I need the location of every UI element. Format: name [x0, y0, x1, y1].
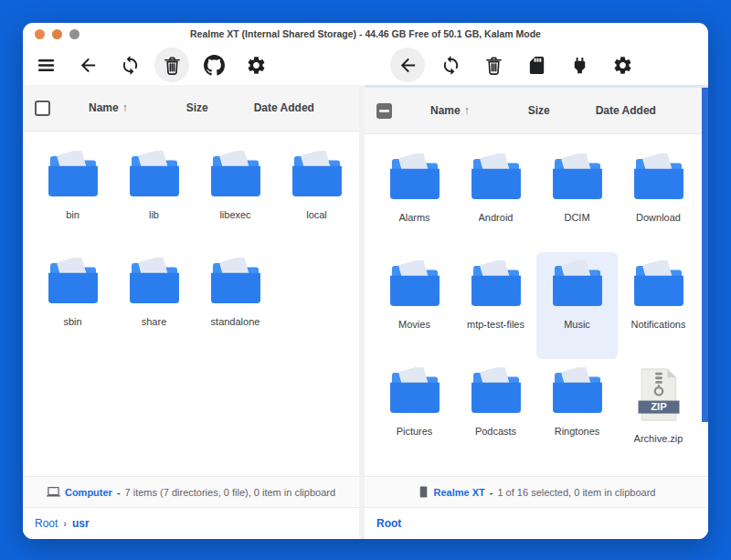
device-status-summary: 1 of 16 selected, 0 item in clipboard [497, 487, 655, 498]
file-label: local [306, 209, 327, 220]
local-file-grid: bin lib libexec local sbin [23, 132, 359, 476]
select-all-checkbox[interactable] [35, 100, 50, 116]
file-item[interactable]: Pictures [374, 359, 455, 466]
folder-icon [126, 258, 183, 305]
file-label: DCIM [564, 212, 589, 223]
menu-icon[interactable] [28, 48, 63, 82]
dual-pane-area: Name ↑ Size Date Added bin lib [23, 85, 708, 539]
status-separator: - [117, 487, 121, 498]
device-list-header: Name ↑ Size Date Added [365, 88, 708, 134]
file-item[interactable]: sbin [32, 249, 113, 356]
back-icon[interactable] [390, 48, 425, 82]
file-label: Pictures [397, 426, 433, 437]
file-label: Archive.zip [634, 433, 683, 444]
file-item[interactable]: Android [455, 145, 536, 252]
computer-icon [47, 485, 60, 499]
power-plug-icon[interactable] [562, 48, 597, 82]
device-file-grid: Alarms Android DCIM Download [365, 134, 708, 476]
file-label: Podcasts [475, 426, 516, 437]
chevron-right-icon: › [63, 518, 67, 529]
file-item[interactable]: bin [32, 143, 113, 249]
vertical-scrollbar[interactable] [702, 88, 708, 422]
delete-icon[interactable] [154, 48, 189, 82]
local-device-link[interactable]: Computer [65, 487, 112, 498]
settings-icon[interactable] [238, 48, 273, 82]
file-item[interactable]: Podcasts [455, 359, 536, 466]
sd-card-icon[interactable] [519, 48, 554, 82]
device-pane: Name ↑ Size Date Added Alarms Android [365, 85, 708, 539]
folder-icon [549, 153, 606, 201]
file-item[interactable]: DCIM [536, 145, 618, 252]
file-item[interactable]: libexec [195, 143, 276, 249]
github-icon[interactable] [196, 48, 231, 82]
column-name[interactable]: Name [430, 104, 461, 117]
folder-icon [126, 151, 183, 198]
file-label: sbin [63, 316, 81, 327]
file-item[interactable]: ZIP Archive.zip [618, 359, 699, 466]
refresh-icon[interactable] [433, 48, 468, 82]
file-item[interactable]: mtp-test-files [455, 252, 536, 359]
device-link[interactable]: Realme XT [434, 487, 485, 498]
column-size[interactable]: Size [186, 101, 208, 114]
folder-icon [45, 258, 101, 305]
app-window: Realme XT (Internal Shared Storage) - 44… [23, 23, 708, 539]
folder-icon [387, 367, 443, 415]
column-date-added[interactable]: Date Added [596, 104, 656, 117]
local-status-bar: Computer - 7 items (7 directories, 0 fil… [23, 476, 359, 508]
file-label: mtp-test-files [467, 319, 524, 330]
folder-icon [387, 153, 443, 201]
file-item[interactable]: standalone [195, 249, 276, 356]
file-item[interactable]: Download [618, 145, 699, 252]
breadcrumb-current[interactable]: Root [376, 517, 401, 530]
title-bar: Realme XT (Internal Shared Storage) - 44… [23, 23, 708, 45]
folder-icon [289, 151, 345, 198]
settings-icon[interactable] [605, 48, 640, 82]
file-item[interactable]: Movies [374, 252, 455, 359]
file-item[interactable]: Alarms [374, 145, 455, 252]
refresh-icon[interactable] [112, 48, 147, 82]
toolbar-row [23, 45, 708, 85]
folder-icon [468, 260, 524, 308]
select-all-checkbox-indeterminate[interactable] [376, 103, 392, 119]
folder-icon [549, 260, 606, 308]
file-label: Download [636, 212, 681, 223]
folder-icon [468, 367, 524, 415]
zip-file-icon: ZIP [635, 367, 683, 422]
smartphone-icon [418, 486, 429, 498]
local-list-header: Name ↑ Size Date Added [23, 85, 359, 132]
local-toolbar [23, 48, 365, 82]
file-item[interactable]: local [276, 143, 357, 249]
file-label: Movies [398, 319, 430, 330]
back-icon[interactable] [70, 48, 105, 82]
file-item[interactable]: Notifications [618, 252, 699, 359]
sort-ascending-icon[interactable]: ↑ [122, 101, 128, 114]
file-item[interactable]: lib [113, 143, 195, 249]
file-label: Notifications [631, 319, 686, 330]
column-date-added[interactable]: Date Added [254, 101, 314, 114]
delete-icon[interactable] [476, 48, 511, 82]
file-label: Ringtones [555, 426, 600, 437]
file-item[interactable]: Music [536, 252, 618, 359]
file-item[interactable]: share [113, 249, 195, 356]
file-label: share [142, 316, 167, 327]
file-label: lib [149, 209, 159, 220]
folder-icon [468, 153, 524, 201]
file-label: Alarms [398, 212, 429, 223]
svg-text:ZIP: ZIP [651, 401, 667, 412]
file-label: Android [479, 212, 514, 223]
device-breadcrumb: Root [365, 508, 708, 539]
column-size[interactable]: Size [528, 104, 550, 117]
file-item[interactable]: Ringtones [536, 359, 618, 466]
file-label: Music [564, 319, 590, 330]
file-label: bin [66, 209, 79, 220]
window-title: Realme XT (Internal Shared Storage) - 44… [23, 28, 708, 39]
column-name[interactable]: Name [89, 101, 119, 114]
status-separator: - [490, 487, 493, 498]
desktop-background: Realme XT (Internal Shared Storage) - 44… [0, 0, 731, 560]
breadcrumb-root[interactable]: Root [35, 517, 58, 530]
folder-icon [207, 258, 264, 305]
sort-ascending-icon[interactable]: ↑ [464, 104, 470, 117]
local-breadcrumb: Root › usr [23, 508, 359, 539]
breadcrumb-current[interactable]: usr [72, 517, 90, 530]
local-status-summary: 7 items (7 directories, 0 file), 0 item … [125, 487, 335, 498]
